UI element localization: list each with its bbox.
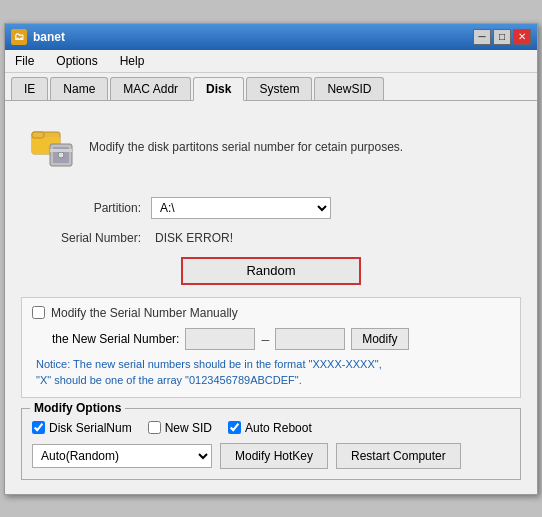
manual-checkbox-label[interactable]: Modify the Serial Number Manually <box>51 306 238 320</box>
minimize-button[interactable]: ─ <box>473 29 491 45</box>
close-button[interactable]: ✕ <box>513 29 531 45</box>
disk-icon <box>29 123 77 171</box>
manual-checkbox[interactable] <box>32 306 45 319</box>
tab-ie[interactable]: IE <box>11 77 48 100</box>
disk-serial-checkbox[interactable] <box>32 421 45 434</box>
tab-system[interactable]: System <box>246 77 312 100</box>
random-button[interactable]: Random <box>181 257 361 285</box>
tab-name[interactable]: Name <box>50 77 108 100</box>
menubar: File Options Help <box>5 50 537 73</box>
partition-row: Partition: A:\ <box>21 197 521 219</box>
restart-button[interactable]: Restart Computer <box>336 443 461 469</box>
modify-serial-button[interactable]: Modify <box>351 328 408 350</box>
tab-newsid[interactable]: NewSID <box>314 77 384 100</box>
manual-section: Modify the Serial Number Manually the Ne… <box>21 297 521 398</box>
bottom-row: Auto(Random) Modify HotKey Restart Compu… <box>32 443 510 469</box>
new-sid-checkbox[interactable] <box>148 421 161 434</box>
manual-inputs: the New Serial Number: – Modify <box>32 328 510 350</box>
partition-control: A:\ <box>151 197 331 219</box>
titlebar: 🗂 banet ─ □ ✕ <box>5 24 537 50</box>
svg-rect-6 <box>50 149 72 152</box>
serial-label: Serial Number: <box>41 231 141 245</box>
window-title: banet <box>33 30 65 44</box>
notice-line1: Notice: The new serial numbers should be… <box>34 356 510 373</box>
menu-file[interactable]: File <box>9 52 40 70</box>
titlebar-controls: ─ □ ✕ <box>473 29 531 45</box>
menu-options[interactable]: Options <box>50 52 103 70</box>
serial-value-wrap: DISK ERROR! <box>151 229 237 247</box>
options-checkboxes: Disk SerialNum New SID Auto Reboot <box>32 421 510 435</box>
content-area: Modify the disk partitons serial number … <box>5 101 537 494</box>
main-window: 🗂 banet ─ □ ✕ File Options Help IE Name … <box>4 23 538 495</box>
serial-input-2[interactable] <box>275 328 345 350</box>
auto-select[interactable]: Auto(Random) <box>32 444 212 468</box>
maximize-button[interactable]: □ <box>493 29 511 45</box>
serial-row: Serial Number: DISK ERROR! <box>21 229 521 247</box>
dash-separator: – <box>261 331 269 347</box>
modify-options-title: Modify Options <box>30 401 125 415</box>
tab-disk[interactable]: Disk <box>193 77 244 101</box>
random-btn-row: Random <box>21 257 521 285</box>
auto-reboot-option[interactable]: Auto Reboot <box>228 421 312 435</box>
info-section: Modify the disk partitons serial number … <box>21 115 521 179</box>
new-sid-option[interactable]: New SID <box>148 421 212 435</box>
serial-value: DISK ERROR! <box>151 229 237 247</box>
new-serial-label: the New Serial Number: <box>52 332 179 346</box>
modify-options-section: Modify Options Disk SerialNum New SID Au… <box>21 408 521 480</box>
tab-mac-addr[interactable]: MAC Addr <box>110 77 191 100</box>
auto-reboot-checkbox[interactable] <box>228 421 241 434</box>
serial-input-1[interactable] <box>185 328 255 350</box>
hotkey-button[interactable]: Modify HotKey <box>220 443 328 469</box>
svg-point-5 <box>58 152 64 158</box>
manual-header: Modify the Serial Number Manually <box>32 306 510 320</box>
titlebar-left: 🗂 banet <box>11 29 65 45</box>
partition-select[interactable]: A:\ <box>151 197 331 219</box>
app-icon: 🗂 <box>11 29 27 45</box>
svg-rect-2 <box>32 132 44 138</box>
notice-line2: "X" should be one of the array "01234567… <box>34 372 510 389</box>
info-description: Modify the disk partitons serial number … <box>89 140 403 154</box>
menu-help[interactable]: Help <box>114 52 151 70</box>
partition-label: Partition: <box>41 201 141 215</box>
disk-serial-option[interactable]: Disk SerialNum <box>32 421 132 435</box>
tabs: IE Name MAC Addr Disk System NewSID <box>5 73 537 101</box>
